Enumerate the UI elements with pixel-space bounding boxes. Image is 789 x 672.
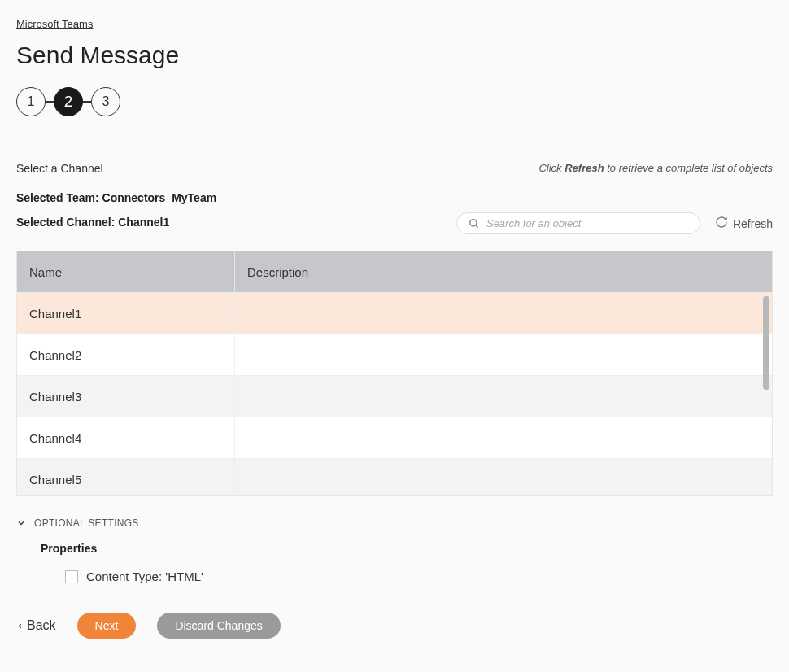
step-2[interactable]: 2	[54, 87, 83, 116]
cell-name: Channel3	[17, 376, 235, 417]
properties-label: Properties	[41, 542, 773, 555]
content-type-checkbox[interactable]	[65, 570, 78, 583]
svg-point-0	[470, 219, 477, 225]
header-description[interactable]: Description	[235, 265, 772, 279]
table-row[interactable]: Channel5	[17, 458, 772, 495]
header-name[interactable]: Name	[17, 251, 235, 292]
cell-name: Channel4	[17, 417, 235, 458]
table-row[interactable]: Channel1	[17, 292, 772, 334]
search-box[interactable]	[456, 212, 700, 234]
content-type-label: Content Type: 'HTML'	[86, 569, 203, 583]
content-type-row[interactable]: Content Type: 'HTML'	[65, 569, 773, 583]
next-button[interactable]: Next	[77, 613, 137, 639]
step-1[interactable]: 1	[16, 87, 46, 116]
step-connector	[83, 101, 91, 103]
table-header: Name Description	[17, 251, 772, 292]
refresh-icon	[715, 216, 728, 231]
search-input[interactable]	[486, 217, 688, 229]
cell-name: Channel2	[17, 334, 235, 375]
section-label: Select a Channel	[16, 162, 103, 175]
back-button[interactable]: Back	[16, 618, 56, 633]
hint-suffix: to retrieve a complete list of objects	[604, 162, 773, 174]
page-title: Send Message	[16, 41, 773, 69]
discard-button[interactable]: Discard Changes	[157, 613, 280, 639]
refresh-label: Refresh	[733, 217, 773, 230]
chevron-left-icon	[16, 618, 24, 633]
footer-buttons: Back Next Discard Changes	[16, 613, 773, 639]
hint-prefix: Click	[538, 162, 565, 174]
channel-table: Name Description Channel1Channel2Channel…	[16, 251, 773, 496]
search-icon	[469, 218, 480, 229]
svg-line-1	[476, 225, 478, 227]
step-connector	[46, 101, 54, 103]
scrollbar[interactable]	[763, 296, 769, 390]
refresh-hint: Click Refresh to retrieve a complete lis…	[538, 162, 773, 174]
cell-name: Channel1	[17, 293, 235, 334]
table-body: Channel1Channel2Channel3Channel4Channel5	[17, 292, 772, 495]
table-row[interactable]: Channel4	[17, 417, 772, 458]
table-row[interactable]: Channel2	[17, 334, 772, 375]
chevron-down-icon	[16, 518, 26, 528]
step-3[interactable]: 3	[91, 87, 120, 116]
optional-settings-label: OPTIONAL SETTINGS	[34, 517, 139, 529]
cell-name: Channel5	[17, 459, 235, 495]
optional-settings-toggle[interactable]: OPTIONAL SETTINGS	[16, 517, 773, 529]
back-label: Back	[27, 618, 56, 633]
table-row[interactable]: Channel3	[17, 375, 772, 417]
refresh-button[interactable]: Refresh	[715, 216, 773, 231]
stepper: 1 2 3	[16, 87, 773, 116]
selected-team: Selected Team: Connectors_MyTeam	[16, 191, 773, 204]
hint-strong: Refresh	[565, 162, 604, 174]
breadcrumb-link[interactable]: Microsoft Teams	[16, 18, 93, 30]
